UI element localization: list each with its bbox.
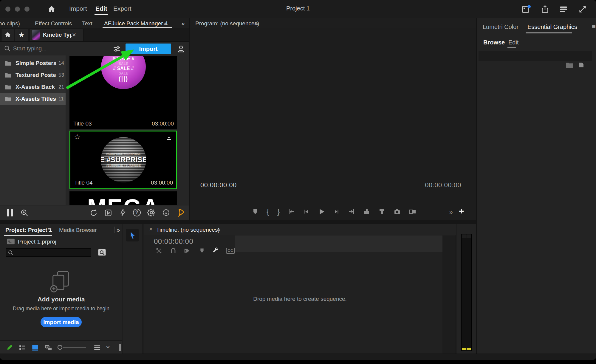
close-icon[interactable]: × <box>149 226 153 233</box>
writable-pencil-icon[interactable] <box>6 343 14 351</box>
fullscreen-icon[interactable] <box>578 4 587 14</box>
tab-effect-controls[interactable]: Effect Controls <box>35 20 72 27</box>
program-button-overflow-icon[interactable]: » <box>449 208 452 216</box>
aejuice-import-button[interactable]: Import <box>126 44 171 54</box>
preview-player-icon[interactable] <box>104 209 112 217</box>
gear-icon[interactable] <box>147 208 156 217</box>
aejuice-pack-tabbar: ★ Kinetic Typo × <box>0 28 190 42</box>
program-panel-menu-icon[interactable]: ≡ <box>254 20 258 27</box>
timeline-title[interactable]: Timeline: (no sequences) <box>156 227 220 233</box>
meter-level-right <box>467 348 471 350</box>
filter-icon[interactable] <box>113 45 121 53</box>
import-media-button[interactable]: Import media <box>41 317 82 327</box>
graphics-panel-menu-icon[interactable]: ≡ <box>592 23 596 30</box>
app-window: Import Edit Export Project 1 no clips) E… <box>0 0 596 360</box>
comparison-view-icon[interactable] <box>409 208 417 215</box>
project-panel: Project: Project 1 ≡ Media Browser » Pro… <box>0 224 122 354</box>
timeline-settings-wrench-icon[interactable] <box>212 247 219 254</box>
row-divider[interactable] <box>0 220 476 224</box>
tab-no-clips[interactable]: no clips) <box>0 20 20 27</box>
left-tab-overflow-icon[interactable]: » <box>181 20 184 27</box>
go-to-out-icon[interactable] <box>348 208 355 215</box>
list-view-icon[interactable] <box>18 344 26 351</box>
toolbar-scroll-nub[interactable] <box>119 344 121 351</box>
close-icon[interactable]: × <box>72 31 76 39</box>
export-frame-icon[interactable] <box>394 208 401 215</box>
pause-icon[interactable] <box>7 209 13 216</box>
audio-meter[interactable] <box>461 234 472 351</box>
aejuice-pack-tab[interactable]: Kinetic Typo × <box>29 29 83 41</box>
folder-item-x-assets-titles[interactable]: X-Assets Titles 11 <box>0 93 66 105</box>
icon-view-icon[interactable] <box>31 344 39 351</box>
freeform-view-icon[interactable] <box>44 344 52 351</box>
art-text: SALE <box>119 71 128 75</box>
folder-count: 53 <box>58 72 64 78</box>
quick-export-settings-icon[interactable] <box>559 4 568 14</box>
folder-item-simple-posters[interactable]: Simple Posters 14 <box>0 57 66 69</box>
folder-item-x-assets-backgrounds[interactable]: X-Assets Back 21 <box>0 81 66 93</box>
zoom-in-icon[interactable] <box>20 209 29 217</box>
aejuice-search-input[interactable] <box>13 44 102 53</box>
favorite-star-icon[interactable]: ☆ <box>74 133 81 141</box>
timeline-timecode[interactable]: 00:00:00:00 <box>154 237 193 246</box>
search-bins-icon[interactable] <box>97 248 106 257</box>
tab-media-browser[interactable]: Media Browser <box>59 227 97 233</box>
play-icon[interactable] <box>318 208 325 216</box>
new-item-icon[interactable] <box>578 61 585 69</box>
project-search-input[interactable] <box>16 249 89 256</box>
folder-up-icon[interactable] <box>7 238 15 245</box>
workspaces-icon[interactable] <box>521 4 531 14</box>
go-to-in-icon[interactable] <box>288 208 295 215</box>
mark-out-icon[interactable]: } <box>277 208 280 215</box>
snap-icon[interactable] <box>170 247 177 254</box>
folder-icon[interactable] <box>566 62 573 68</box>
zoom-slider[interactable] <box>57 345 87 350</box>
download-circle-icon[interactable] <box>162 209 170 216</box>
refresh-icon[interactable] <box>89 209 98 217</box>
aejuice-home-tab[interactable] <box>1 29 14 41</box>
asset-card-title-04-selected[interactable]: ☆ #SURPRISE #SURPRISE E #SURPRISE #SURPR… <box>69 131 177 189</box>
linked-selection-icon[interactable] <box>184 247 190 254</box>
step-back-icon[interactable] <box>303 208 309 215</box>
subtab-edit[interactable]: Edit <box>508 39 518 46</box>
account-icon[interactable] <box>177 44 185 53</box>
program-panel-title[interactable]: Program: (no sequences) <box>195 20 259 27</box>
project-tab-overflow-icon[interactable]: » <box>117 226 120 233</box>
lift-icon[interactable] <box>363 208 370 215</box>
art-text: #SURPRISE #SURPRISE <box>106 164 141 167</box>
aejuice-favorites-tab[interactable]: ★ <box>15 29 28 41</box>
tab-lumetri-color[interactable]: Lumetri Color <box>483 24 518 30</box>
add-marker-icon[interactable] <box>252 208 258 215</box>
timeline-menu-icon[interactable]: ≡ <box>216 226 220 233</box>
selection-tool[interactable] <box>126 229 139 241</box>
project-search-box[interactable] <box>6 248 91 257</box>
timeline-marker-icon[interactable] <box>199 248 205 253</box>
share-icon[interactable] <box>540 4 550 14</box>
aejuice-panel-menu-icon[interactable]: ≡ <box>163 20 167 27</box>
folder-item-textured-posters[interactable]: Textured Poste 53 <box>0 69 66 81</box>
mark-in-icon[interactable]: { <box>267 208 269 215</box>
download-icon[interactable] <box>165 134 173 141</box>
program-timecode-current[interactable]: 00:00:00:00 <box>200 181 237 189</box>
tab-project[interactable]: Project: Project 1 <box>5 227 52 233</box>
chevron-down-icon[interactable]: ⌄ <box>105 341 111 350</box>
tab-aejuice-pack-manager[interactable]: AEJuice Pack Manager 4 <box>104 20 168 27</box>
tab-essential-graphics[interactable]: Essential Graphics <box>527 24 577 30</box>
import-media-label: Import media <box>43 319 79 326</box>
captions-icon[interactable]: CC <box>226 248 235 254</box>
subtab-browse[interactable]: Browse <box>483 39 505 46</box>
help-icon[interactable]: ? <box>133 209 141 216</box>
sort-icon[interactable] <box>93 344 101 351</box>
project-panel-menu-icon[interactable]: ≡ <box>48 227 52 233</box>
aejuice-logo-icon[interactable] <box>177 208 185 217</box>
timeline-right-gutter[interactable] <box>442 236 456 354</box>
project-file-name[interactable]: Project 1.prproj <box>18 238 56 245</box>
asset-card-title-03[interactable]: SALE # SALE # SALE # SALE # SALE (||) Ti… <box>69 56 177 129</box>
insert-overwrite-icon[interactable] <box>156 247 162 254</box>
timeline-ruler[interactable] <box>235 236 442 252</box>
program-add-button-icon[interactable]: + <box>459 206 464 216</box>
tab-text[interactable]: Text <box>82 20 92 27</box>
extract-icon[interactable] <box>378 208 386 215</box>
lightning-icon[interactable] <box>119 208 127 217</box>
step-forward-icon[interactable] <box>333 208 340 215</box>
